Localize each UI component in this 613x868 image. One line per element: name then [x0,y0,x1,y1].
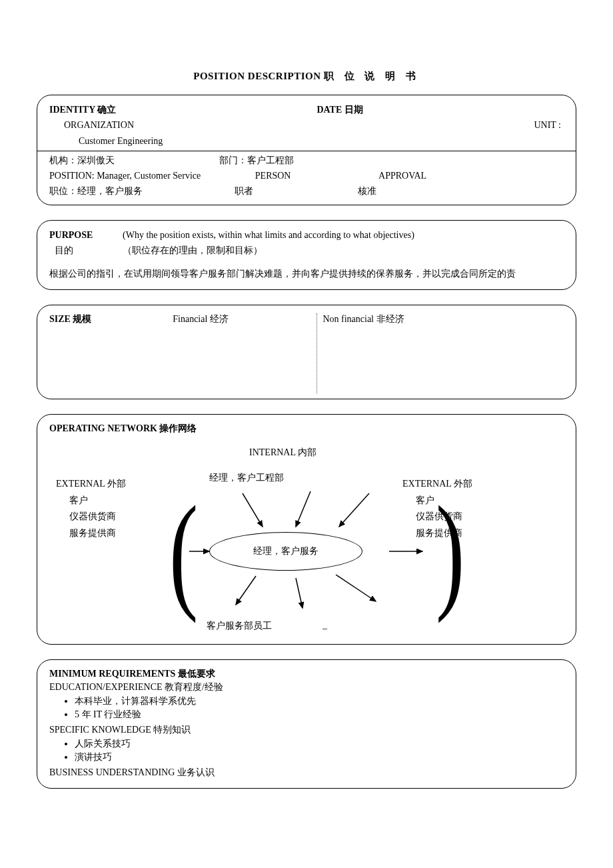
position-zh: 职位：经理，客户服务 [49,185,235,198]
approval-zh: 核准 [358,185,564,198]
minreq-box: MINIMUM REQUIREMENTS 最低要求 EDUCATION/EXPE… [37,659,576,789]
business-label: BUSINESS UNDERSTANDING 业务认识 [49,767,564,779]
size-financial: Financial 经济 [173,313,316,393]
svg-line-0 [243,493,263,527]
svg-line-2 [339,493,369,527]
minreq-heading: MINIMUM REQUIREMENTS 最低要求 [49,668,564,680]
org-zh: 机构：深圳傲天 [49,154,219,167]
page-title: POSITION DESCRIPTION 职 位 说 明 书 [37,70,576,83]
dept-zh: 部门：客户工程部 [219,154,294,167]
person-label: PERSON [255,169,378,183]
identity-heading: IDENTITY 确立 [49,103,316,117]
arrows-icon [49,435,556,635]
edu-item-1: 5 年 IT 行业经验 [75,708,564,721]
edu-item-0: 本科毕业，计算器科学系优先 [75,695,564,708]
identity-divider [37,151,576,151]
approval-label: APPROVAL [378,169,564,183]
knowledge-item-1: 演讲技巧 [75,751,564,764]
edu-label: EDUCATION/EXPERIENCE 教育程度/经验 [49,681,564,693]
title-en: POSITION DESCRIPTION [193,71,320,81]
org-value: Customer Engineering [49,135,564,148]
purpose-heading: PURPOSE [49,229,123,242]
svg-line-1 [296,491,310,527]
identity-box: IDENTITY 确立 DATE 日期 ORGANIZATION UNIT : … [37,95,576,205]
edu-list: 本科毕业，计算器科学系优先 5 年 IT 行业经验 [49,695,564,721]
purpose-heading-zh: 目的 [49,244,123,257]
svg-line-6 [296,578,303,608]
knowledge-item-0: 人际关系技巧 [75,737,564,751]
operating-network-box: OPERATING NETWORK 操作网络 INTERNAL 内部 EXTER… [37,414,576,645]
svg-line-7 [336,575,376,601]
date-label: DATE 日期 [316,103,564,117]
purpose-sub-en: (Why the position exists, within what li… [123,229,564,242]
svg-line-5 [236,576,256,605]
size-heading: SIZE 规模 [49,313,173,393]
unit-label: UNIT : [510,119,564,132]
knowledge-label: SPECIFIC KNOWLEDGE 特别知识 [49,724,564,736]
knowledge-list: 人际关系技巧 演讲技巧 [49,737,564,764]
title-zh: 职 位 说 明 书 [324,71,420,81]
purpose-body: 根据公司的指引，在试用期间领导客户服务部门解决难题，并向客户提供持续的保养服务，… [49,268,564,280]
org-label: ORGANIZATION [49,119,510,132]
size-box: SIZE 规模 Financial 经济 Non financial 非经济 [37,305,576,399]
person-zh: 职者 [235,185,358,198]
opnet-heading: OPERATING NETWORK 操作网络 [49,423,564,435]
purpose-box: PURPOSE (Why the position exists, within… [37,220,576,291]
position-label: POSITION: Manager, Customer Service [49,169,255,183]
purpose-sub-zh: （职位存在的理由，限制和目标） [123,244,263,257]
size-nonfinancial: Non financial 非经济 [316,313,564,393]
